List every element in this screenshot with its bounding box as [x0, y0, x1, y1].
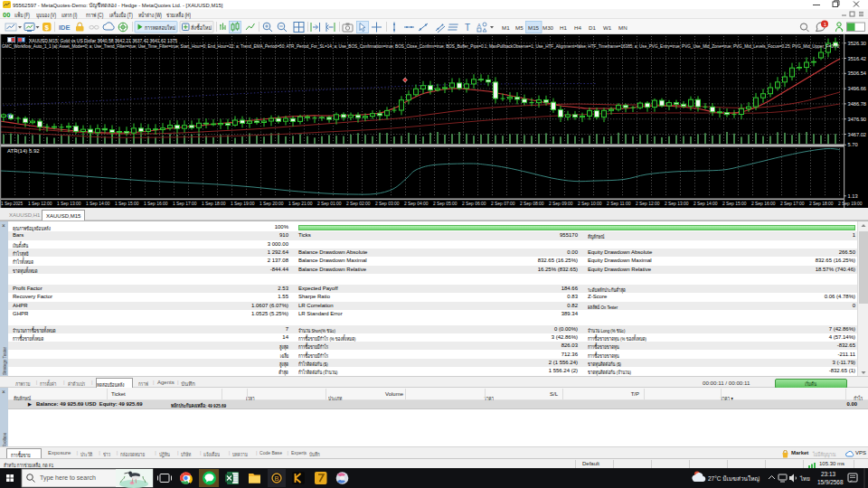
svg-text:00: 00 — [3, 11, 10, 18]
svg-text:1 Sep 12:00: 1 Sep 12:00 — [28, 201, 52, 206]
svg-text:ไทย: ไทย — [799, 475, 810, 482]
svg-text:2 Sep 04:00: 2 Sep 04:00 — [404, 201, 429, 206]
svg-text:T: T — [465, 23, 470, 33]
svg-text:2 Sep 06:00: 2 Sep 06:00 — [462, 201, 486, 206]
svg-text:3506.54: 3506.54 — [848, 70, 867, 76]
svg-text:M15: M15 — [528, 24, 540, 31]
svg-text:B: B — [275, 474, 279, 483]
svg-text:3526.30: 3526.30 — [848, 41, 867, 46]
svg-text:5.70: 5.70 — [848, 142, 858, 147]
svg-text:$: $ — [45, 23, 50, 32]
svg-text:2 Sep 08:00: 2 Sep 08:00 — [520, 201, 544, 206]
svg-text:A: A — [477, 23, 481, 28]
svg-text:2 Sep 09:00: 2 Sep 09:00 — [549, 201, 573, 206]
svg-text:1 Sep 21:00: 1 Sep 21:00 — [288, 201, 313, 206]
svg-text:2 Sep 16:00: 2 Sep 16:00 — [751, 201, 776, 206]
svg-text:1 Sep 18:00: 1 Sep 18:00 — [202, 201, 226, 206]
svg-text:1 Sep 13:00: 1 Sep 13:00 — [57, 201, 81, 206]
svg-text:1 Sep 20:00: 1 Sep 20:00 — [259, 201, 284, 206]
svg-text:IDE: IDE — [59, 23, 71, 32]
svg-text:M5: M5 — [515, 24, 524, 31]
svg-text:3467.02: 3467.02 — [848, 132, 867, 137]
svg-text:W1: W1 — [603, 24, 612, 31]
svg-text:H4: H4 — [574, 24, 581, 31]
svg-text:3476.90: 3476.90 — [848, 117, 867, 122]
svg-text:2 Sep 13:00: 2 Sep 13:00 — [665, 201, 689, 206]
svg-text:2 Sep 14:00: 2 Sep 14:00 — [693, 201, 718, 206]
svg-text:2 Sep 05:00: 2 Sep 05:00 — [433, 201, 458, 206]
svg-text:2 Sep 11:00: 2 Sep 11:00 — [607, 201, 631, 206]
svg-text:3516.42: 3516.42 — [848, 56, 867, 61]
svg-text:2 Sep 12:00: 2 Sep 12:00 — [636, 201, 660, 206]
svg-text:2 Sep 02:00: 2 Sep 02:00 — [346, 201, 371, 206]
svg-text:2 Sep 07:00: 2 Sep 07:00 — [491, 201, 515, 206]
svg-text:2 Sep 19:00: 2 Sep 19:00 — [838, 201, 863, 206]
svg-text:15/9/2568: 15/9/2568 — [817, 479, 844, 485]
svg-text:2 Sep 17:00: 2 Sep 17:00 — [780, 201, 805, 206]
svg-text:M30: M30 — [542, 24, 554, 31]
svg-text:3486.78: 3486.78 — [848, 101, 867, 107]
svg-text:1 Sep 15:00: 1 Sep 15:00 — [115, 201, 139, 206]
svg-text:1 Sep 2025: 1 Sep 2025 — [1, 201, 23, 206]
svg-text:1.13: 1.13 — [848, 193, 858, 199]
svg-text:ATR(14) 5.92: ATR(14) 5.92 — [7, 148, 40, 154]
svg-text:H1: H1 — [560, 24, 567, 31]
svg-text:2 Sep 18:00: 2 Sep 18:00 — [809, 201, 834, 206]
svg-text:23:13: 23:13 — [821, 471, 835, 477]
svg-text:3496.66: 3496.66 — [848, 86, 867, 91]
svg-text:2 Sep 10:00: 2 Sep 10:00 — [578, 201, 602, 206]
svg-text:การทดสอบใหม่: การทดสอบใหม่ — [145, 24, 175, 31]
svg-text:1 Sep 16:00: 1 Sep 16:00 — [144, 201, 168, 206]
svg-text:1 Sep 19:00: 1 Sep 19:00 — [231, 201, 255, 206]
svg-text:2 Sep 15:00: 2 Sep 15:00 — [722, 201, 747, 206]
svg-text:2 Sep 01:00: 2 Sep 01:00 — [317, 201, 342, 206]
svg-text:2 Sep 03:00: 2 Sep 03:00 — [375, 201, 400, 206]
svg-text:1 Sep 14:00: 1 Sep 14:00 — [86, 201, 110, 206]
svg-text:GMC_Workflow_Auto_1_1 [a]: Ass: GMC_Workflow_Auto_1_1 [a]: Asset_Mode=0;… — [2, 43, 839, 49]
svg-text:1 Sep 17:00: 1 Sep 17:00 — [173, 201, 197, 206]
svg-text:MN: MN — [618, 24, 627, 31]
svg-text:M1: M1 — [502, 24, 510, 31]
svg-text:27°C มีเมฆส่วนใหญ่: 27°C มีเมฆส่วนใหญ่ — [708, 475, 760, 483]
svg-text:Type here to search: Type here to search — [40, 474, 96, 482]
svg-text:D1: D1 — [589, 24, 596, 31]
